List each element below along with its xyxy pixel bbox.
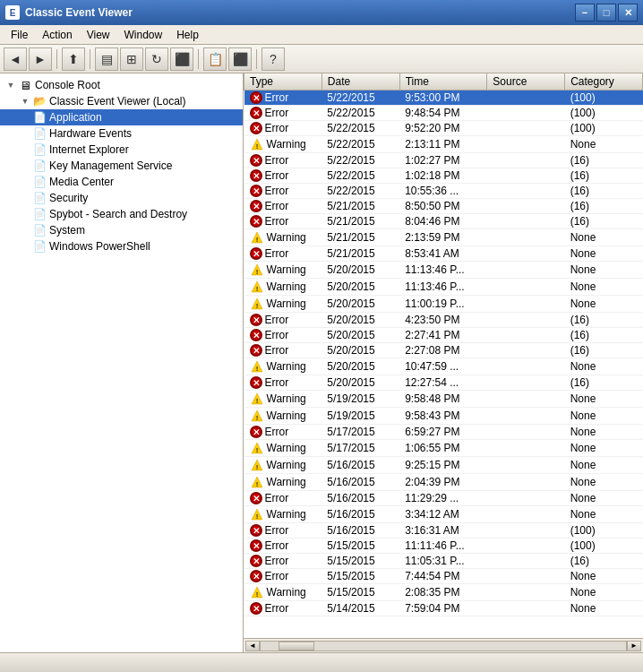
show-hide-button[interactable]: ▤: [95, 47, 118, 71]
up-button[interactable]: ⬆: [62, 47, 85, 71]
refresh-button[interactable]: ↻: [145, 47, 168, 71]
sidebar-item-classic-event-viewer[interactable]: ▼ 📂 Classic Event Viewer (Local): [0, 93, 243, 109]
sidebar-item-internet-explorer[interactable]: 📄 Internet Explorer: [0, 142, 243, 158]
error-icon: ✕: [250, 376, 262, 389]
type-label: Warning: [267, 476, 306, 488]
forward-button[interactable]: ►: [29, 47, 52, 71]
table-row[interactable]: ! Warning5/20/201510:47:59 ...None: [244, 358, 643, 375]
table-row[interactable]: ✕Error5/20/20152:27:08 PM(16): [244, 343, 643, 358]
cell-type: ! Warning: [244, 296, 322, 313]
cell-time: 11:13:46 P...: [399, 262, 487, 279]
table-row[interactable]: ✕Error5/21/20158:53:41 AMNone: [244, 246, 643, 262]
error-icon: ✕: [250, 570, 262, 582]
table-row[interactable]: ✕Error5/16/20153:16:31 AM(100): [244, 523, 643, 538]
properties-button[interactable]: 📋: [203, 47, 227, 71]
ie-icon: 📄: [32, 142, 47, 157]
table-row[interactable]: ✕Error5/15/20157:44:54 PMNone: [244, 569, 643, 584]
table-row[interactable]: ✕Error5/15/201511:11:46 P...(100): [244, 538, 643, 554]
event-table-scroll[interactable]: Type Date Time Source Category ✕Error5/2…: [244, 73, 643, 638]
sidebar-item-security[interactable]: 📄 Security: [0, 190, 243, 206]
sidebar-item-key-management[interactable]: 📄 Key Management Service: [0, 158, 243, 174]
cell-date: 5/21/2015: [322, 229, 399, 246]
table-row[interactable]: ✕Error5/22/20159:53:00 PM(100): [244, 90, 643, 106]
table-row[interactable]: ! Warning5/21/20152:13:59 PMNone: [244, 229, 643, 246]
table-row[interactable]: ! Warning5/16/20153:34:12 AMNone: [244, 506, 643, 523]
col-type[interactable]: Type: [244, 73, 322, 90]
table-row[interactable]: ✕Error5/20/201512:27:54 ...(16): [244, 375, 643, 391]
table-row[interactable]: ! Warning5/15/20152:08:35 PMNone: [244, 584, 643, 601]
sidebar-item-application[interactable]: 📄 Application: [0, 109, 243, 125]
sidebar-item-label-4: Hardware Events: [49, 127, 132, 140]
back-button[interactable]: ◄: [4, 47, 27, 71]
table-row[interactable]: ! Warning5/16/20159:25:15 PMNone: [244, 457, 643, 474]
table-row[interactable]: ✕Error5/22/201510:55:36 ...(16): [244, 184, 643, 199]
table-row[interactable]: ✕Error5/22/20159:52:20 PM(100): [244, 121, 643, 136]
sidebar-item-powershell[interactable]: 📄 Windows PowerShell: [0, 238, 243, 254]
menu-action[interactable]: Action: [35, 27, 79, 43]
horizontal-scrollbar[interactable]: ◄ ►: [244, 638, 643, 652]
type-label: Error: [265, 492, 289, 504]
scroll-right-btn[interactable]: ►: [627, 641, 641, 651]
table-row[interactable]: ! Warning5/22/20152:13:11 PMNone: [244, 136, 643, 153]
scroll-left-btn[interactable]: ◄: [245, 641, 260, 651]
table-row[interactable]: ! Warning5/20/201511:13:46 P...None: [244, 279, 643, 296]
sidebar-item-system[interactable]: 📄 System: [0, 222, 243, 238]
sidebar-item-console-root[interactable]: ▼ 🖥 Console Root: [0, 77, 243, 93]
table-row[interactable]: ✕Error5/22/20151:02:27 PM(16): [244, 153, 643, 168]
menu-help[interactable]: Help: [169, 27, 206, 43]
cell-category: None: [565, 474, 643, 491]
cell-category: (100): [565, 106, 643, 121]
menu-file[interactable]: File: [4, 27, 35, 43]
close-button[interactable]: ✕: [618, 4, 638, 22]
cell-category: None: [565, 229, 643, 246]
table-row[interactable]: ✕Error5/21/20158:04:46 PM(16): [244, 214, 643, 229]
cell-source: [487, 199, 565, 214]
table-row[interactable]: ✕Error5/21/20158:50:50 PM(16): [244, 199, 643, 214]
cell-date: 5/20/2015: [322, 296, 399, 313]
table-row[interactable]: ! Warning5/19/20159:58:48 PMNone: [244, 391, 643, 408]
table-row[interactable]: ✕Error5/20/20154:23:50 PM(16): [244, 313, 643, 328]
h-scrollbar-thumb[interactable]: [279, 642, 314, 650]
type-label: Error: [265, 539, 289, 552]
svg-text:!: !: [255, 446, 258, 454]
table-row[interactable]: ! Warning5/16/20152:04:39 PMNone: [244, 474, 643, 491]
cell-source: [487, 168, 565, 184]
table-row[interactable]: ! Warning5/19/20159:58:43 PMNone: [244, 408, 643, 425]
col-category[interactable]: Category: [565, 73, 643, 90]
new-window-button[interactable]: ⊞: [120, 47, 143, 71]
maximize-button[interactable]: □: [596, 4, 616, 22]
table-row[interactable]: ! Warning5/20/201511:13:46 P...None: [244, 262, 643, 279]
col-date[interactable]: Date: [322, 73, 399, 90]
sidebar-item-spybot[interactable]: 📄 Spybot - Search and Destroy: [0, 206, 243, 222]
type-label: Warning: [267, 459, 306, 471]
sidebar-item-hardware-events[interactable]: 📄 Hardware Events: [0, 125, 243, 142]
type-label: Warning: [267, 297, 306, 310]
menu-window[interactable]: Window: [117, 27, 170, 43]
table-row[interactable]: ✕Error5/22/20159:48:54 PM(100): [244, 106, 643, 121]
warning-icon: !: [250, 230, 264, 245]
cell-time: 11:11:46 P...: [399, 538, 487, 554]
table-row[interactable]: ! Warning5/20/201511:00:19 P...None: [244, 296, 643, 313]
cell-date: 5/16/2015: [322, 491, 399, 506]
col-source[interactable]: Source: [487, 73, 565, 90]
type-label: Error: [265, 154, 289, 167]
sidebar-item-media-center[interactable]: 📄 Media Center: [0, 174, 243, 190]
help-button[interactable]: ?: [261, 47, 285, 71]
table-row[interactable]: ✕Error5/14/20157:59:04 PMNone: [244, 601, 643, 616]
table-row[interactable]: ✕Error5/16/201511:29:29 ...None: [244, 491, 643, 506]
table-row[interactable]: ✕Error5/17/20156:59:27 PMNone: [244, 425, 643, 440]
cell-time: 3:34:12 AM: [399, 506, 487, 523]
col-time[interactable]: Time: [399, 73, 487, 90]
cell-date: 5/17/2015: [322, 440, 399, 457]
h-scrollbar-track[interactable]: [260, 641, 627, 651]
menu-view[interactable]: View: [80, 27, 117, 43]
minimize-button[interactable]: −: [575, 4, 595, 22]
svg-text:!: !: [255, 302, 258, 310]
export-button[interactable]: ⬛: [170, 47, 193, 71]
cell-source: [487, 375, 565, 391]
table-row[interactable]: ! Warning5/17/20151:06:55 PMNone: [244, 440, 643, 457]
table-row[interactable]: ✕Error5/20/20152:27:41 PM(16): [244, 328, 643, 343]
filter-button[interactable]: ⬛: [228, 47, 252, 71]
table-row[interactable]: ✕Error5/22/20151:02:18 PM(16): [244, 168, 643, 184]
table-row[interactable]: ✕Error5/15/201511:05:31 P...(16): [244, 554, 643, 569]
